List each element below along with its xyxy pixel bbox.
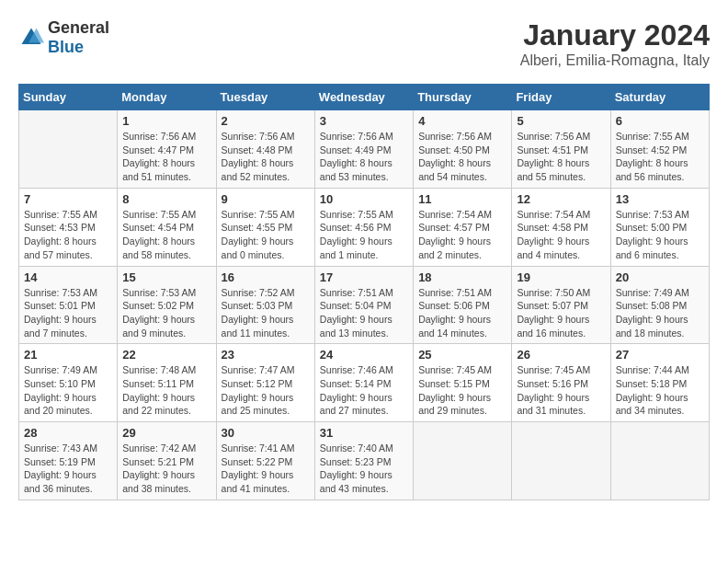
calendar-week-2: 7Sunrise: 7:55 AM Sunset: 4:53 PM Daylig… [19,188,710,266]
day-info: Sunrise: 7:47 AM Sunset: 5:12 PM Dayligh… [222,363,310,418]
calendar-cell: 29Sunrise: 7:42 AM Sunset: 5:21 PM Dayli… [118,422,216,500]
calendar-cell [512,422,610,500]
calendar-cell: 30Sunrise: 7:41 AM Sunset: 5:22 PM Dayli… [216,422,314,500]
calendar-week-3: 14Sunrise: 7:53 AM Sunset: 5:01 PM Dayli… [19,266,710,344]
calendar-week-5: 28Sunrise: 7:43 AM Sunset: 5:19 PM Dayli… [19,422,710,500]
calendar-cell: 27Sunrise: 7:44 AM Sunset: 5:18 PM Dayli… [610,344,709,422]
day-number: 29 [122,426,210,440]
day-number: 21 [24,348,112,362]
calendar-cell: 19Sunrise: 7:50 AM Sunset: 5:07 PM Dayli… [512,266,610,344]
calendar-cell: 5Sunrise: 7:56 AM Sunset: 4:51 PM Daylig… [512,110,610,189]
calendar-cell: 26Sunrise: 7:45 AM Sunset: 5:16 PM Dayli… [512,344,610,422]
day-number: 10 [320,192,408,206]
calendar-cell: 22Sunrise: 7:48 AM Sunset: 5:11 PM Dayli… [118,344,216,422]
day-number: 1 [122,114,210,128]
calendar-week-1: 1Sunrise: 7:56 AM Sunset: 4:47 PM Daylig… [19,110,710,189]
calendar-cell: 3Sunrise: 7:56 AM Sunset: 4:49 PM Daylig… [314,110,413,189]
day-info: Sunrise: 7:53 AM Sunset: 5:00 PM Dayligh… [616,208,704,262]
calendar-cell [610,422,709,500]
calendar-cell: 20Sunrise: 7:49 AM Sunset: 5:08 PM Dayli… [610,266,709,344]
calendar-cell: 1Sunrise: 7:56 AM Sunset: 4:47 PM Daylig… [118,110,216,189]
calendar-cell: 15Sunrise: 7:53 AM Sunset: 5:02 PM Dayli… [118,266,216,344]
day-number: 3 [320,114,408,128]
page-title: January 2024 [520,18,710,52]
day-info: Sunrise: 7:51 AM Sunset: 5:04 PM Dayligh… [320,286,408,340]
day-info: Sunrise: 7:55 AM Sunset: 4:56 PM Dayligh… [320,208,408,262]
day-info: Sunrise: 7:56 AM Sunset: 4:49 PM Dayligh… [320,130,408,184]
calendar-cell: 24Sunrise: 7:46 AM Sunset: 5:14 PM Dayli… [314,344,413,422]
calendar-cell: 8Sunrise: 7:55 AM Sunset: 4:54 PM Daylig… [118,188,216,266]
day-info: Sunrise: 7:48 AM Sunset: 5:11 PM Dayligh… [122,363,210,418]
weekday-header-thursday: Thursday [414,85,512,110]
day-info: Sunrise: 7:53 AM Sunset: 5:02 PM Dayligh… [122,286,210,340]
day-info: Sunrise: 7:55 AM Sunset: 4:54 PM Dayligh… [122,208,210,262]
logo-icon [18,25,44,51]
logo-blue: Blue [48,38,84,56]
calendar-cell: 2Sunrise: 7:56 AM Sunset: 4:48 PM Daylig… [216,110,314,189]
day-number: 19 [517,270,605,284]
day-number: 15 [122,270,210,284]
weekday-header-tuesday: Tuesday [216,85,314,110]
day-info: Sunrise: 7:42 AM Sunset: 5:21 PM Dayligh… [122,442,210,496]
weekday-header-saturday: Saturday [610,85,709,110]
day-info: Sunrise: 7:45 AM Sunset: 5:16 PM Dayligh… [517,363,605,418]
calendar-cell: 13Sunrise: 7:53 AM Sunset: 5:00 PM Dayli… [610,188,709,266]
day-info: Sunrise: 7:50 AM Sunset: 5:07 PM Dayligh… [517,286,605,340]
logo-general: General [48,18,109,37]
day-number: 2 [222,114,310,128]
day-number: 23 [222,348,310,362]
calendar-cell: 14Sunrise: 7:53 AM Sunset: 5:01 PM Dayli… [19,266,118,344]
day-number: 17 [320,270,408,284]
calendar-table: SundayMondayTuesdayWednesdayThursdayFrid… [18,84,710,500]
logo: General Blue [18,18,109,57]
day-info: Sunrise: 7:46 AM Sunset: 5:14 PM Dayligh… [320,363,408,418]
calendar-week-4: 21Sunrise: 7:49 AM Sunset: 5:10 PM Dayli… [19,344,710,422]
calendar-cell: 21Sunrise: 7:49 AM Sunset: 5:10 PM Dayli… [19,344,118,422]
day-info: Sunrise: 7:56 AM Sunset: 4:48 PM Dayligh… [222,130,310,184]
day-number: 11 [418,192,506,206]
day-info: Sunrise: 7:54 AM Sunset: 4:58 PM Dayligh… [517,208,605,262]
day-info: Sunrise: 7:56 AM Sunset: 4:47 PM Dayligh… [122,130,210,184]
day-number: 25 [418,348,506,362]
calendar-cell: 9Sunrise: 7:55 AM Sunset: 4:55 PM Daylig… [216,188,314,266]
day-number: 24 [320,348,408,362]
day-info: Sunrise: 7:56 AM Sunset: 4:50 PM Dayligh… [418,130,506,184]
calendar-cell: 6Sunrise: 7:55 AM Sunset: 4:52 PM Daylig… [610,110,709,189]
page-subtitle: Alberi, Emilia-Romagna, Italy [520,52,710,69]
day-number: 22 [122,348,210,362]
calendar-cell: 12Sunrise: 7:54 AM Sunset: 4:58 PM Dayli… [512,188,610,266]
day-info: Sunrise: 7:54 AM Sunset: 4:57 PM Dayligh… [418,208,506,262]
day-number: 7 [24,192,112,206]
weekday-header-wednesday: Wednesday [314,85,413,110]
day-number: 13 [616,192,704,206]
day-number: 28 [24,426,112,440]
weekday-header-sunday: Sunday [19,85,118,110]
calendar-cell: 17Sunrise: 7:51 AM Sunset: 5:04 PM Dayli… [314,266,413,344]
day-info: Sunrise: 7:43 AM Sunset: 5:19 PM Dayligh… [24,442,112,496]
weekday-header-friday: Friday [512,85,610,110]
day-number: 6 [616,114,704,128]
day-info: Sunrise: 7:45 AM Sunset: 5:15 PM Dayligh… [418,363,506,418]
day-info: Sunrise: 7:55 AM Sunset: 4:53 PM Dayligh… [24,208,112,262]
day-number: 9 [222,192,310,206]
day-info: Sunrise: 7:41 AM Sunset: 5:22 PM Dayligh… [222,442,310,496]
day-number: 20 [616,270,704,284]
calendar-cell: 7Sunrise: 7:55 AM Sunset: 4:53 PM Daylig… [19,188,118,266]
calendar-cell: 16Sunrise: 7:52 AM Sunset: 5:03 PM Dayli… [216,266,314,344]
day-info: Sunrise: 7:44 AM Sunset: 5:18 PM Dayligh… [616,363,704,418]
day-number: 31 [320,426,408,440]
calendar-cell: 28Sunrise: 7:43 AM Sunset: 5:19 PM Dayli… [19,422,118,500]
page-header: General Blue January 2024 Alberi, Emilia… [18,18,710,69]
calendar-cell: 10Sunrise: 7:55 AM Sunset: 4:56 PM Dayli… [314,188,413,266]
day-info: Sunrise: 7:49 AM Sunset: 5:08 PM Dayligh… [616,286,704,340]
day-number: 14 [24,270,112,284]
calendar-cell [414,422,512,500]
day-number: 5 [517,114,605,128]
calendar-cell: 31Sunrise: 7:40 AM Sunset: 5:23 PM Dayli… [314,422,413,500]
day-info: Sunrise: 7:55 AM Sunset: 4:55 PM Dayligh… [222,208,310,262]
day-number: 26 [517,348,605,362]
day-info: Sunrise: 7:55 AM Sunset: 4:52 PM Dayligh… [616,130,704,184]
day-number: 27 [616,348,704,362]
day-info: Sunrise: 7:51 AM Sunset: 5:06 PM Dayligh… [418,286,506,340]
calendar-cell: 18Sunrise: 7:51 AM Sunset: 5:06 PM Dayli… [414,266,512,344]
